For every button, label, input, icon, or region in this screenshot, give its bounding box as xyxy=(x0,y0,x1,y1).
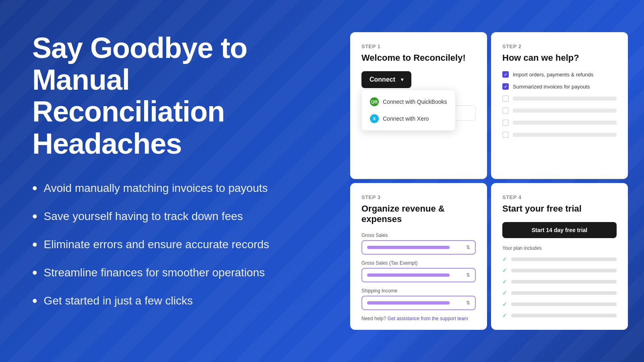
chevron-down-icon: ▾ xyxy=(401,77,403,82)
bullet-item-3: Eliminate errors and ensure accurate rec… xyxy=(32,236,322,253)
placeholder-bar-6 xyxy=(513,133,617,137)
check-green-6: ✓ xyxy=(502,312,507,319)
shipping-income-field: Shipping Income ⇅ xyxy=(361,288,476,310)
xero-icon: X xyxy=(370,114,379,123)
check-green-3: ✓ xyxy=(502,278,507,285)
placeholder-bar-5 xyxy=(513,121,617,125)
support-link-anchor[interactable]: Get assistance from the support team xyxy=(388,316,468,321)
check-green-5: ✓ xyxy=(502,301,507,307)
connect-dropdown-menu: QB Connect with QuickBooks X Connect wit… xyxy=(361,90,456,131)
step4-label: STEP 4 xyxy=(502,194,617,200)
gross-sales-tax-label: Gross Sales (Tax Exempt) xyxy=(361,260,476,266)
bullet-item-1: Avoid manually matching invoices to payo… xyxy=(32,180,322,197)
plan-item-2: ✓ xyxy=(502,267,617,274)
plan-includes-label: Your plan includes xyxy=(502,245,617,251)
card-step3: STEP 3 Organize revenue & expenses Gross… xyxy=(350,183,487,330)
checkbox-list: ✓ Import orders, payments & refunds ✓ Su… xyxy=(502,71,617,138)
gross-sales-tax-field: Gross Sales (Tax Exempt) ⇅ xyxy=(361,260,476,282)
chevron-icon-1: ⇅ xyxy=(466,245,470,250)
chevron-icon-2: ⇅ xyxy=(466,272,470,278)
checkbox-3[interactable] xyxy=(502,95,509,102)
plan-bar-3 xyxy=(511,280,617,284)
gross-sales-select[interactable]: ⇅ xyxy=(361,240,476,255)
connect-xero-item[interactable]: X Connect with Xero xyxy=(365,110,452,127)
card-step4: STEP 4 Start your free trial Start 14 da… xyxy=(491,183,628,330)
plan-bar-4 xyxy=(511,291,617,295)
connect-quickbooks-item[interactable]: QB Connect with QuickBooks xyxy=(365,93,452,110)
bullet-list: Avoid manually matching invoices to payo… xyxy=(32,180,322,309)
bullet-item-5: Get started in just a few clicks xyxy=(32,292,322,309)
select-bar-2 xyxy=(367,274,450,277)
check-green-4: ✓ xyxy=(502,290,507,296)
step2-label: STEP 2 xyxy=(502,43,617,49)
checkbox-5[interactable] xyxy=(502,119,509,126)
check-green-1: ✓ xyxy=(502,256,507,262)
checkbox-2[interactable]: ✓ xyxy=(502,83,509,90)
checkbox-6[interactable] xyxy=(502,132,509,138)
checkbox-item-5[interactable] xyxy=(502,119,617,126)
plan-list: ✓ ✓ ✓ ✓ ✓ xyxy=(502,256,617,319)
select-bar-3 xyxy=(367,301,450,304)
plan-bar-1 xyxy=(511,257,617,261)
plan-item-1: ✓ xyxy=(502,256,617,262)
checkbox-1[interactable]: ✓ xyxy=(502,71,509,78)
support-link-text: Need help? Get assistance from the suppo… xyxy=(361,316,476,321)
card-step1: STEP 1 Welcome to Reconcilely! Connect ▾… xyxy=(350,32,487,179)
connect-dropdown-wrapper: Connect ▾ QB Connect with QuickBooks X C… xyxy=(361,71,476,88)
check-green-2: ✓ xyxy=(502,267,507,274)
quickbooks-icon: QB xyxy=(370,97,379,106)
chevron-icon-3: ⇅ xyxy=(466,300,470,306)
plan-bar-6 xyxy=(511,314,617,317)
card-step2: STEP 2 How can we help? ✓ Import orders,… xyxy=(491,32,628,179)
checkbox-item-2[interactable]: ✓ Summarized invoices for payouts xyxy=(502,83,617,90)
gross-sales-tax-select[interactable]: ⇅ xyxy=(361,268,476,282)
step4-title: Start your free trial xyxy=(502,204,617,214)
plan-item-3: ✓ xyxy=(502,278,617,285)
check-icon-1: ✓ xyxy=(504,72,507,77)
checkbox-item-4[interactable] xyxy=(502,107,617,114)
step3-title: Organize revenue & expenses xyxy=(361,204,476,224)
right-panel: STEP 1 Welcome to Reconcilely! Connect ▾… xyxy=(346,0,644,362)
plan-item-6: ✓ xyxy=(502,312,617,319)
placeholder-bar-4 xyxy=(513,109,617,113)
step3-label: STEP 3 xyxy=(361,194,476,200)
step1-label: STEP 1 xyxy=(361,43,476,49)
page-layout: Say Goodbye to Manual Reconciliation Hea… xyxy=(0,0,644,362)
checkbox-4[interactable] xyxy=(502,107,509,114)
plan-bar-5 xyxy=(511,302,617,306)
bullet-item-2: Save yourself having to track down fees xyxy=(32,208,322,225)
plan-bar-2 xyxy=(511,269,617,272)
shipping-income-label: Shipping Income xyxy=(361,288,476,294)
checkbox-item-1[interactable]: ✓ Import orders, payments & refunds xyxy=(502,71,617,78)
hero-title: Say Goodbye to Manual Reconciliation Hea… xyxy=(32,32,322,160)
bullet-item-4: Streamline finances for smoother operati… xyxy=(32,264,322,281)
gross-sales-field: Gross Sales ⇅ xyxy=(361,232,476,255)
checkbox-item-3[interactable] xyxy=(502,95,617,102)
left-panel: Say Goodbye to Manual Reconciliation Hea… xyxy=(0,0,346,362)
check-icon-2: ✓ xyxy=(504,84,507,89)
plan-item-4: ✓ xyxy=(502,290,617,296)
shipping-income-select[interactable]: ⇅ xyxy=(361,296,476,310)
checkbox-item-6[interactable] xyxy=(502,132,617,138)
gross-sales-label: Gross Sales xyxy=(361,232,476,238)
placeholder-bar-3 xyxy=(513,97,617,101)
connect-button[interactable]: Connect ▾ xyxy=(361,71,411,88)
step2-title: How can we help? xyxy=(502,53,617,63)
step1-title: Welcome to Reconcilely! xyxy=(361,53,476,63)
plan-item-5: ✓ xyxy=(502,301,617,307)
trial-button[interactable]: Start 14 day free trial xyxy=(502,222,617,238)
select-bar-1 xyxy=(367,246,450,249)
